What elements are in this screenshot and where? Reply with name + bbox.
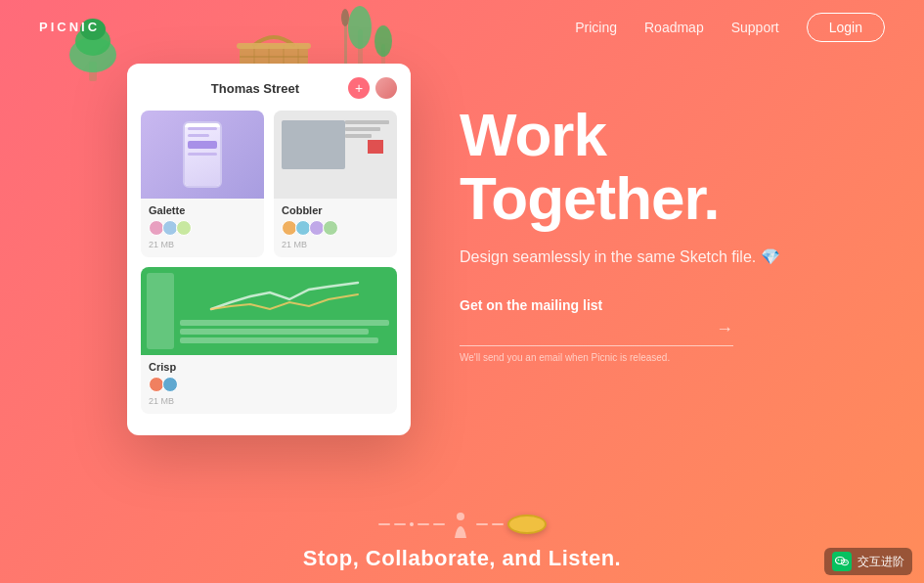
wechat-badge: 交互进阶: [824, 548, 912, 575]
phone-mockup-icon: [183, 121, 222, 188]
deco-dash-3: [418, 523, 429, 525]
deco-dash-2: [394, 523, 406, 525]
cobbler-image-area: [282, 120, 345, 169]
project-card-crisp[interactable]: Crisp 21 MB: [141, 267, 397, 414]
crisp-chart-icon: [180, 275, 389, 314]
navbar: PICNIC Pricing Roadmap Support Login: [0, 0, 924, 54]
galette-thumbnail: [141, 111, 264, 199]
project-card-cobbler[interactable]: Cobbler 21 MB: [274, 111, 397, 257]
main-content: Thomas Street +: [0, 54, 924, 435]
bottom-section: Stop, Collaborate, and Listen.: [0, 505, 924, 583]
crisp-sidebar: [147, 273, 174, 349]
crisp-name: Crisp: [149, 361, 389, 373]
mailing-submit-arrow-icon[interactable]: →: [716, 319, 733, 339]
project-card-galette[interactable]: Galette 21 MB: [141, 111, 264, 257]
crisp-thumbnail: [141, 267, 397, 355]
card-panel-header: Thomas Street +: [141, 77, 397, 99]
hero-title: Work Together.: [460, 103, 885, 230]
panel-avatar: [375, 77, 397, 99]
svg-point-21: [841, 560, 843, 561]
cobbler-red-accent: [368, 140, 383, 154]
nav-link-support[interactable]: Support: [731, 20, 779, 35]
project-grid: Galette 21 MB: [141, 111, 397, 414]
right-content: Work Together. Design seamlessly in the …: [460, 64, 885, 373]
mailing-note: We'll send you an email when Picnic is r…: [460, 352, 885, 363]
deco-dot-1: [410, 522, 414, 526]
galette-avatars: [149, 220, 256, 236]
mailing-input-row: →: [460, 319, 733, 346]
cobbler-text-lines: [345, 120, 389, 141]
deco-dash-5: [476, 523, 488, 525]
galette-size: 21 MB: [149, 240, 256, 249]
logo: PICNIC: [39, 20, 100, 34]
svg-point-22: [843, 561, 844, 562]
mailing-label: Get on the mailing list: [460, 297, 885, 313]
coin-icon: [507, 515, 547, 534]
deco-dash-4: [433, 523, 445, 525]
nav-links: Pricing Roadmap Support Login: [575, 13, 885, 42]
add-button[interactable]: +: [348, 77, 370, 99]
hero-title-line2: Together.: [460, 164, 719, 232]
cobbler-thumbnail: [274, 111, 397, 199]
nav-link-pricing[interactable]: Pricing: [575, 20, 617, 35]
nav-link-roadmap[interactable]: Roadmap: [644, 20, 704, 35]
cobbler-name: Cobbler: [282, 204, 389, 216]
hero-subtitle-text: Design seamlessly in the same Sketch fil…: [460, 248, 780, 265]
galette-name: Galette: [149, 204, 256, 216]
wechat-label: 交互进阶: [858, 554, 904, 570]
svg-point-23: [845, 561, 846, 562]
svg-point-17: [457, 513, 464, 520]
cobbler-size: 21 MB: [282, 240, 389, 249]
hero-title-line1: Work: [460, 101, 606, 168]
cobbler-avatars: [282, 220, 389, 236]
bottom-tagline: Stop, Collaborate, and Listen.: [303, 546, 621, 571]
crisp-avatars: [149, 377, 389, 392]
bottom-decoration: [378, 511, 547, 538]
panel-title: Thomas Street: [162, 81, 348, 96]
panel-icons: +: [348, 77, 397, 99]
login-button[interactable]: Login: [807, 13, 885, 42]
mailing-email-input[interactable]: [460, 322, 716, 336]
person-figure-icon: [449, 511, 472, 538]
deco-dash-1: [378, 523, 390, 525]
svg-point-20: [838, 560, 840, 561]
deco-dash-6: [492, 523, 504, 525]
mailing-form: Get on the mailing list → We'll send you…: [460, 297, 885, 363]
crisp-size: 21 MB: [149, 396, 389, 406]
card-panel: Thomas Street +: [127, 64, 411, 435]
hero-subtitle: Design seamlessly in the same Sketch fil…: [460, 247, 885, 266]
wechat-icon: [832, 552, 852, 571]
